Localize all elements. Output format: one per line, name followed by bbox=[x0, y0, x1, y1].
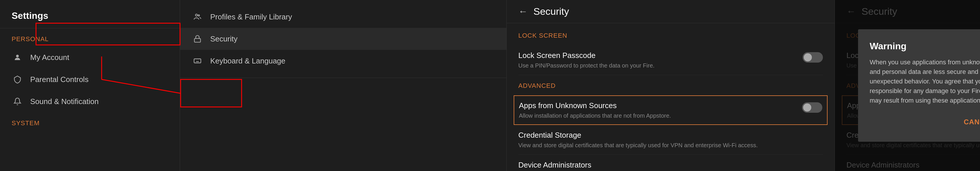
svg-rect-3 bbox=[194, 38, 200, 42]
lock-screen-passcode-toggle[interactable] bbox=[803, 52, 823, 63]
lock-screen-passcode-title: Lock Screen Passcode bbox=[518, 51, 794, 60]
keyboard-icon bbox=[192, 55, 203, 66]
apps-unknown-sources-item: Apps from Unknown Sources Allow installa… bbox=[514, 95, 827, 125]
nav-item-profiles-label: Profiles & Family Library bbox=[210, 13, 292, 21]
lock-screen-section-header: Lock Screen bbox=[518, 32, 823, 40]
sidebar: Settings Personal My Account Parental Co… bbox=[0, 0, 180, 171]
dialog-buttons: CANCEL OK bbox=[870, 114, 980, 130]
svg-point-0 bbox=[16, 55, 19, 57]
credential-storage-desc: View and store digital certificates that… bbox=[518, 142, 823, 149]
apps-unknown-sources-title: Apps from Unknown Sources bbox=[519, 101, 793, 110]
credential-storage-title: Credential Storage bbox=[518, 131, 823, 140]
lock-icon bbox=[192, 33, 203, 44]
svg-rect-4 bbox=[194, 59, 200, 63]
person-icon bbox=[12, 52, 23, 63]
svg-point-2 bbox=[198, 15, 199, 16]
nav-item-keyboard-label: Keyboard & Language bbox=[210, 57, 285, 65]
warning-dialog: Warning When you use applications from u… bbox=[858, 29, 980, 142]
profiles-icon bbox=[192, 11, 203, 22]
device-admins-title: Device Administrators bbox=[518, 161, 823, 169]
lock-screen-passcode-desc: Use a PIN/Password to protect the data o… bbox=[518, 62, 794, 69]
nav-item-profiles[interactable]: Profiles & Family Library bbox=[180, 6, 506, 28]
device-admins-item: Device Administrators See which applicat… bbox=[518, 155, 823, 171]
app-title: Settings bbox=[0, 6, 180, 28]
personal-section-label: Personal bbox=[0, 28, 180, 46]
back-button[interactable]: ← bbox=[518, 6, 528, 17]
security-panel-title: Security bbox=[533, 6, 569, 17]
sidebar-item-my-account[interactable]: My Account bbox=[0, 46, 180, 68]
nav-item-keyboard[interactable]: Keyboard & Language bbox=[180, 50, 506, 72]
right-panel: ← Security Lock Screen Lock Screen Passc… bbox=[835, 0, 980, 171]
nav-item-security-label: Security bbox=[210, 35, 237, 43]
security-panel: ← Security Lock Screen Lock Screen Passc… bbox=[507, 0, 835, 171]
sidebar-item-sound-label: Sound & Notification bbox=[30, 97, 99, 106]
credential-storage-item: Credential Storage View and store digita… bbox=[518, 125, 823, 155]
advanced-section-header: Advanced bbox=[518, 82, 823, 90]
apps-unknown-sources-desc: Allow installation of applications that … bbox=[519, 112, 793, 119]
cancel-button[interactable]: CANCEL bbox=[953, 114, 980, 130]
lock-screen-passcode-item: Lock Screen Passcode Use a PIN/Password … bbox=[518, 45, 823, 75]
dialog-title: Warning bbox=[870, 41, 980, 52]
system-section-label: System bbox=[0, 112, 180, 130]
shield-icon bbox=[12, 74, 23, 85]
dialog-body: When you use applications from unknown s… bbox=[870, 57, 980, 105]
nav-item-security[interactable]: Security bbox=[180, 28, 506, 50]
security-panel-header: ← Security bbox=[507, 0, 835, 23]
dialog-overlay: Warning When you use applications from u… bbox=[835, 0, 980, 171]
svg-point-1 bbox=[196, 14, 197, 16]
sidebar-item-parental-controls[interactable]: Parental Controls bbox=[0, 68, 180, 90]
apps-unknown-sources-toggle[interactable] bbox=[802, 102, 822, 113]
sidebar-item-parental-controls-label: Parental Controls bbox=[30, 75, 89, 84]
security-panel-content: Lock Screen Lock Screen Passcode Use a P… bbox=[507, 23, 835, 171]
sidebar-item-sound-notification[interactable]: Sound & Notification bbox=[0, 90, 180, 112]
sidebar-item-my-account-label: My Account bbox=[30, 53, 69, 62]
bell-icon bbox=[12, 96, 23, 107]
